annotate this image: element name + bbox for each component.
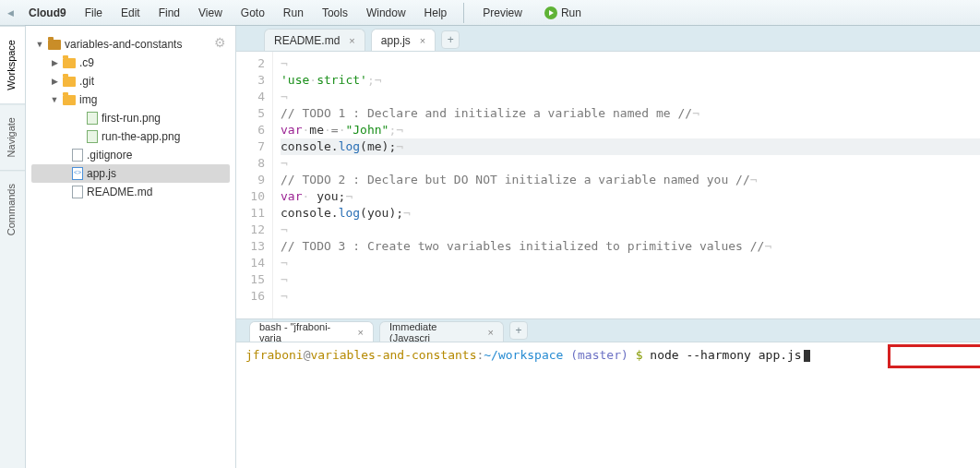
t: console. xyxy=(281,206,339,220)
tree-git[interactable]: .git xyxy=(31,72,230,90)
menu-collapse-icon[interactable]: ◀ xyxy=(7,8,14,18)
close-icon[interactable]: × xyxy=(488,327,494,338)
t: "John" xyxy=(345,123,388,137)
chevron-down-icon[interactable] xyxy=(50,95,59,104)
t: var xyxy=(281,123,302,137)
line-gutter: 2345678 910111213141516 xyxy=(236,52,273,318)
gear-icon[interactable]: ⚙ xyxy=(214,35,226,50)
run-button[interactable]: Run xyxy=(535,6,591,19)
t: // TODO 1 : Declare and initialize a var… xyxy=(281,106,692,120)
menu-view[interactable]: View xyxy=(191,6,230,19)
code-line: ¬ xyxy=(281,256,288,270)
code-line: ¬ xyxy=(281,272,288,286)
tab-immediate[interactable]: Immediate (Javascri × xyxy=(379,321,504,342)
tab-readme[interactable]: README.md × xyxy=(264,29,365,51)
t: 'use xyxy=(281,73,309,87)
code-line: ¬ xyxy=(281,289,288,303)
tree-c9[interactable]: .c9 xyxy=(31,54,230,72)
tab-appjs[interactable]: app.js × xyxy=(371,29,436,51)
tree-label: .git xyxy=(79,75,94,88)
terminal-cursor xyxy=(804,350,810,362)
code-line: ¬ xyxy=(281,222,288,236)
t: var xyxy=(281,189,302,203)
menu-help[interactable]: Help xyxy=(417,6,455,19)
side-tab-workspace[interactable]: Workspace xyxy=(0,26,25,103)
brand[interactable]: Cloud9 xyxy=(29,6,66,19)
menu-goto[interactable]: Goto xyxy=(233,6,272,19)
tab-label: bash - "jfraboni-varia xyxy=(259,321,349,342)
add-terminal-tab-button[interactable]: + xyxy=(509,321,528,340)
t: (you); xyxy=(360,206,403,220)
image-file-icon xyxy=(87,112,98,125)
tree-root[interactable]: variables-and-constants xyxy=(31,35,230,54)
folder-icon xyxy=(48,40,61,50)
t: ¬ xyxy=(396,139,403,153)
tree-gitignore[interactable]: .gitignore xyxy=(31,146,230,164)
terminal-tab-strip: bash - "jfraboni-varia × Immediate (Java… xyxy=(236,318,980,342)
t: ¬ xyxy=(750,173,758,186)
chevron-right-icon[interactable] xyxy=(50,58,59,67)
t: me xyxy=(309,123,324,137)
code-line: ¬ xyxy=(281,56,288,70)
close-icon[interactable]: × xyxy=(420,35,425,46)
menu-run[interactable]: Run xyxy=(276,6,311,19)
code-line: ¬ xyxy=(281,156,288,170)
tab-bash[interactable]: bash - "jfraboni-varia × xyxy=(249,321,374,342)
code-body[interactable]: ¬ 'use·strict';¬ ¬ // TODO 1 : Declare a… xyxy=(273,52,980,318)
folder-icon xyxy=(63,77,76,87)
tree-appjs[interactable]: app.js xyxy=(31,164,230,183)
code-file-icon xyxy=(72,167,83,180)
menu-file[interactable]: File xyxy=(78,6,110,19)
tree-label: variables-and-constants xyxy=(65,38,182,51)
tree-label: img xyxy=(79,93,97,106)
tab-label: Immediate (Javascri xyxy=(389,321,479,342)
menu-window[interactable]: Window xyxy=(359,6,413,19)
t: // TODO 2 : Declare but DO NOT initializ… xyxy=(281,173,750,186)
file-icon xyxy=(72,149,83,162)
term-user: jfraboni xyxy=(245,348,304,362)
tree-img[interactable]: img xyxy=(31,90,230,109)
preview-button[interactable]: Preview xyxy=(473,6,532,19)
t: (me); xyxy=(360,139,396,153)
tree-run-the-app[interactable]: run-the-app.png xyxy=(31,127,230,146)
t: ¬ xyxy=(764,239,771,253)
close-icon[interactable]: × xyxy=(349,35,354,46)
menu-edit[interactable]: Edit xyxy=(114,6,148,19)
side-tab-commands[interactable]: Commands xyxy=(0,170,25,248)
t: log xyxy=(339,206,360,220)
side-tab-navigate[interactable]: Navigate xyxy=(0,103,25,170)
t: you; xyxy=(309,189,345,203)
workspace-tree: ⚙ variables-and-constants .c9 .git img xyxy=(26,26,236,468)
menubar: ◀ Cloud9 File Edit Find View Goto Run To… xyxy=(0,0,980,26)
close-icon[interactable]: × xyxy=(358,327,364,338)
folder-icon xyxy=(63,58,76,68)
image-file-icon xyxy=(87,130,98,143)
add-tab-button[interactable]: + xyxy=(441,30,460,49)
t: ¬ xyxy=(345,189,353,203)
tree-label: README.md xyxy=(87,186,152,198)
term-paren: ( xyxy=(563,348,578,362)
tab-label: README.md xyxy=(274,34,340,47)
t: strict' xyxy=(317,73,367,87)
tree-first-run[interactable]: first-run.png xyxy=(31,109,230,127)
menu-separator xyxy=(463,3,464,23)
file-icon xyxy=(72,186,83,198)
menu-tools[interactable]: Tools xyxy=(315,6,355,19)
tree-label: .c9 xyxy=(79,56,94,69)
t: ;¬ xyxy=(388,123,403,137)
t: log xyxy=(339,139,360,153)
code-editor[interactable]: 2345678 910111213141516 ¬ 'use·strict';¬… xyxy=(236,52,980,318)
chevron-down-icon[interactable] xyxy=(35,40,44,49)
editor-tab-strip: README.md × app.js × + xyxy=(236,26,980,52)
term-command: node --harmony app.js xyxy=(650,348,801,362)
tree-label: app.js xyxy=(87,167,116,180)
menu-find[interactable]: Find xyxy=(151,6,187,19)
run-label: Run xyxy=(561,6,581,19)
terminal-line: jfraboni@variables-and-constants:~/works… xyxy=(245,348,971,362)
terminal[interactable]: jfraboni@variables-and-constants:~/works… xyxy=(236,342,980,468)
term-paren: ) xyxy=(621,348,636,362)
tree-readme[interactable]: README.md xyxy=(31,183,230,201)
chevron-right-icon[interactable] xyxy=(50,77,59,86)
tree-label: .gitignore xyxy=(87,149,132,162)
t: ¬ xyxy=(692,106,699,120)
